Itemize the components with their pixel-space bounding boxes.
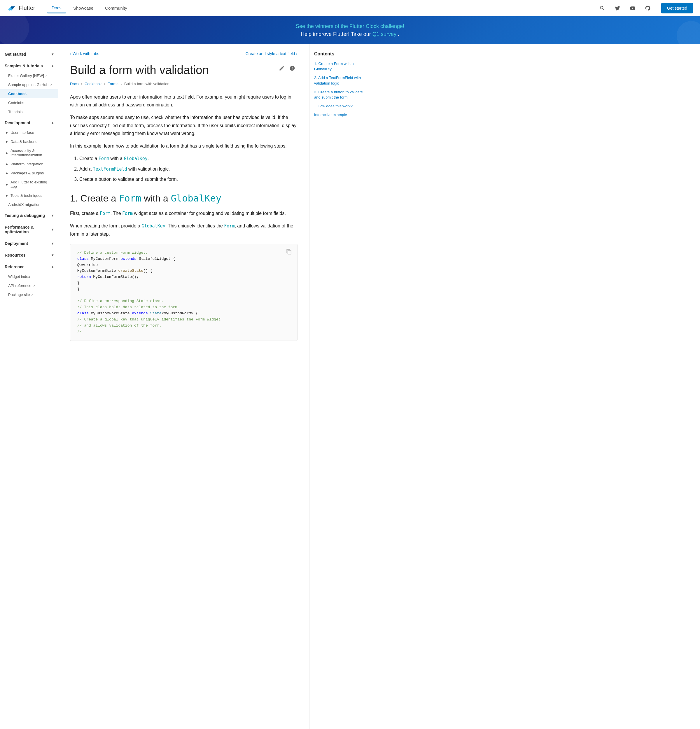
chevron-down-icon: ▾ bbox=[52, 213, 54, 218]
form-link[interactable]: Form bbox=[99, 156, 109, 161]
breadcrumb-current: Build a form with validation bbox=[124, 82, 170, 86]
sidebar-heading-development[interactable]: Development ▴ bbox=[0, 118, 58, 128]
prev-page-link[interactable]: ‹ Work with tabs bbox=[70, 51, 99, 56]
chevron-down-icon: ▾ bbox=[52, 228, 54, 231]
breadcrumb-sep: › bbox=[81, 82, 82, 86]
announcement-banner: See the winners of the Flutter Clock cha… bbox=[0, 16, 700, 44]
steps-list: Create a Form with a GlobalKey. Add a Te… bbox=[79, 155, 298, 183]
next-page-label: Create and style a text field bbox=[245, 51, 295, 56]
logo-text: Flutter bbox=[19, 5, 35, 12]
sidebar-heading-samples[interactable]: Samples & tutorials ▴ bbox=[0, 61, 58, 71]
twitter-icon bbox=[614, 5, 620, 11]
github-icon bbox=[645, 5, 651, 11]
sidebar-section-reference: Reference ▴ Widget index API reference ↗… bbox=[0, 261, 58, 299]
search-button[interactable] bbox=[597, 3, 607, 13]
sidebar-heading-resources[interactable]: Resources ▾ bbox=[0, 250, 58, 260]
sidebar-heading-deployment[interactable]: Deployment ▾ bbox=[0, 238, 58, 249]
sidebar-heading-get-started[interactable]: Get started ▾ bbox=[0, 49, 58, 60]
breadcrumb-forms[interactable]: Forms bbox=[107, 82, 118, 86]
sidebar-item-package-site[interactable]: Package site ↗ bbox=[0, 290, 58, 299]
sidebar-label-reference: Reference bbox=[5, 264, 25, 269]
sidebar-item-cookbook[interactable]: Cookbook bbox=[0, 89, 58, 98]
code-line-1: // Define a custom Form widget. bbox=[77, 250, 290, 256]
code-line-7: } bbox=[77, 286, 290, 292]
sidebar-item-tools-techniques[interactable]: ▶ Tools & techniques bbox=[0, 191, 58, 200]
sidebar-item-user-interface[interactable]: ▶ User interface bbox=[0, 128, 58, 137]
toc-item-how[interactable]: How does this work? bbox=[314, 103, 369, 109]
sidebar-item-api-reference[interactable]: API reference ↗ bbox=[0, 281, 58, 290]
page-title-row: Build a form with validation bbox=[70, 63, 298, 77]
sidebar-item-accessibility[interactable]: ▶ Accessibility & internationalization bbox=[0, 146, 58, 160]
arrow-right-icon: ▶ bbox=[6, 163, 8, 166]
banner-survey-link[interactable]: Q1 survey bbox=[372, 31, 396, 37]
search-icon bbox=[599, 5, 605, 11]
sidebar-item-tutorials[interactable]: Tutorials bbox=[0, 107, 58, 116]
sidebar-item-codelabs[interactable]: Codelabs bbox=[0, 98, 58, 107]
page-title-actions bbox=[279, 65, 298, 74]
code-block: // Define a custom Form widget. class My… bbox=[70, 244, 298, 341]
sidebar-item-androidx[interactable]: AndroidX migration bbox=[0, 200, 58, 209]
sidebar-item-data-backend[interactable]: ▶ Data & backend bbox=[0, 137, 58, 146]
nav-showcase[interactable]: Showcase bbox=[68, 3, 98, 13]
sidebar-label-development: Development bbox=[5, 121, 30, 125]
sidebar-section-resources: Resources ▾ bbox=[0, 250, 58, 260]
toc-item-3[interactable]: 3. Create a button to validate and submi… bbox=[314, 90, 369, 100]
code-line-8: // Define a corresponding State class. bbox=[77, 298, 290, 304]
sidebar-item-flutter-gallery[interactable]: Flutter Gallery [NEW] ↗ bbox=[0, 71, 58, 80]
chevron-down-icon: ▾ bbox=[52, 241, 54, 245]
nav-community[interactable]: Community bbox=[100, 3, 132, 13]
section1-globalkey-link[interactable]: GlobalKey bbox=[171, 193, 221, 204]
page-navigation: ‹ Work with tabs Create and style a text… bbox=[70, 51, 298, 56]
sidebar-section-samples: Samples & tutorials ▴ Flutter Gallery [N… bbox=[0, 61, 58, 116]
breadcrumb-docs[interactable]: Docs bbox=[70, 82, 79, 86]
sidebar-item-packages-plugins[interactable]: ▶ Packages & plugins bbox=[0, 168, 58, 177]
step-2: Add a TextFormField with validation logi… bbox=[79, 165, 298, 173]
toc-item-2[interactable]: 2. Add a TextFormField with validation l… bbox=[314, 75, 369, 86]
youtube-button[interactable] bbox=[627, 3, 638, 13]
copy-icon bbox=[286, 249, 292, 254]
section1-form-link[interactable]: Form bbox=[119, 193, 141, 204]
code-line-12: // and allows validation of the form. bbox=[77, 323, 290, 329]
chevron-up-icon: ▴ bbox=[52, 121, 54, 125]
globalkey-link[interactable]: GlobalKey bbox=[124, 156, 148, 161]
chevron-down-icon: ▾ bbox=[52, 253, 54, 257]
chevron-right-icon: › bbox=[296, 51, 298, 56]
copy-code-button[interactable] bbox=[285, 248, 294, 257]
form-link-inline3[interactable]: Form bbox=[224, 224, 234, 229]
sidebar-item-widget-index[interactable]: Widget index bbox=[0, 272, 58, 281]
next-page-link[interactable]: Create and style a text field › bbox=[245, 51, 298, 56]
intro-paragraph-3: In this example, learn how to add valida… bbox=[70, 142, 298, 150]
arrow-right-icon: ▶ bbox=[6, 171, 8, 175]
external-link-icon: ↗ bbox=[31, 293, 33, 296]
banner-line1: See the winners of the Flutter Clock cha… bbox=[7, 23, 693, 29]
toc-item-interactive[interactable]: Interactive example bbox=[314, 112, 369, 118]
arrow-right-icon: ▶ bbox=[6, 194, 8, 197]
globalkey-link-inline[interactable]: GlobalKey bbox=[141, 224, 165, 229]
external-link-icon: ↗ bbox=[45, 74, 48, 77]
arrow-right-icon: ▶ bbox=[6, 183, 8, 186]
issue-button[interactable] bbox=[289, 65, 298, 74]
form-link-inline2[interactable]: Form bbox=[122, 211, 133, 216]
get-started-button[interactable]: Get started bbox=[661, 3, 693, 13]
twitter-button[interactable] bbox=[612, 3, 623, 13]
nav-docs[interactable]: Docs bbox=[47, 3, 66, 13]
sidebar-item-label: Data & backend bbox=[10, 139, 38, 144]
section1-heading-text: 1. Create a bbox=[70, 193, 119, 203]
toc-item-1[interactable]: 1. Create a Form with a GlobalKey bbox=[314, 61, 369, 72]
sidebar-section-performance: Performance & optimization ▾ bbox=[0, 222, 58, 237]
edit-icon bbox=[279, 65, 285, 71]
nav-icons: Get started bbox=[597, 3, 693, 13]
form-link-inline[interactable]: Form bbox=[100, 211, 110, 216]
sidebar-heading-performance[interactable]: Performance & optimization ▾ bbox=[0, 222, 58, 237]
sidebar-item-platform-integration[interactable]: ▶ Platform integration bbox=[0, 160, 58, 168]
textformfield-link[interactable]: TextFormField bbox=[93, 167, 127, 172]
github-button[interactable] bbox=[643, 3, 653, 13]
flutter-logo-link[interactable]: Flutter bbox=[7, 3, 35, 13]
breadcrumb-cookbook[interactable]: Cookbook bbox=[84, 82, 102, 86]
edit-page-button[interactable] bbox=[279, 65, 287, 74]
sidebar-heading-testing[interactable]: Testing & debugging ▾ bbox=[0, 210, 58, 221]
sidebar-item-sample-apps[interactable]: Sample apps on GitHub ↗ bbox=[0, 80, 58, 89]
sidebar-item-add-flutter[interactable]: ▶ Add Flutter to existing app bbox=[0, 177, 58, 191]
sidebar-heading-reference[interactable]: Reference ▴ bbox=[0, 261, 58, 272]
main-layout: Get started ▾ Samples & tutorials ▴ Flut… bbox=[0, 44, 700, 729]
